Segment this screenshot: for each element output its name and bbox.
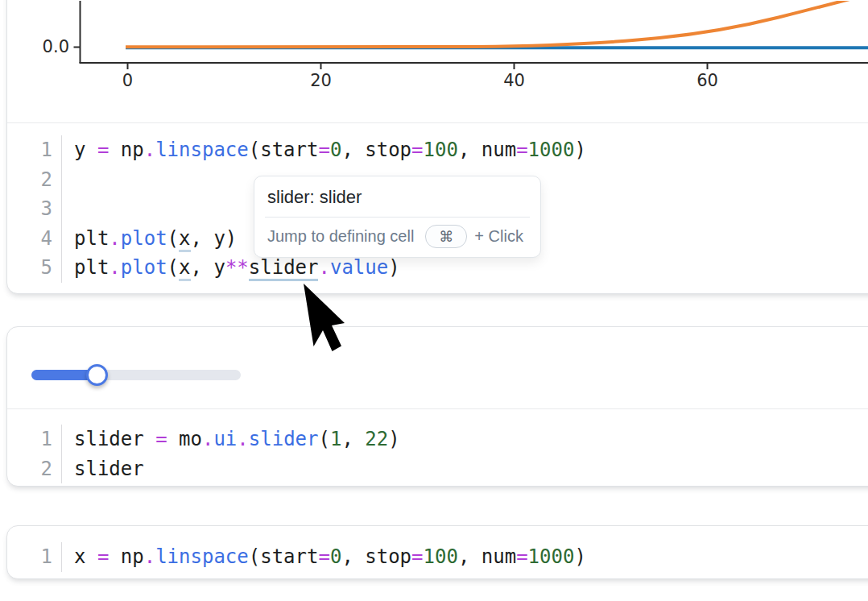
notebook-stage: 0.0 0 20 40 60 1y = np.linspace(start=0,… <box>0 0 868 601</box>
slider-handle[interactable] <box>86 364 108 386</box>
cell-slider: 1slider = mo.ui.slider(1, 22)2slider <box>6 326 868 487</box>
series-orange-line <box>126 1 859 47</box>
line-number: 2 <box>7 165 62 195</box>
code-text: plt.plot(x, y) <box>62 224 237 254</box>
slider-output <box>7 327 868 409</box>
cell-x: 1x = np.linspace(start=0, stop=100, num=… <box>6 525 868 579</box>
line-number: 1 <box>7 542 62 572</box>
tooltip-title: slider: slider <box>254 176 540 217</box>
code-line[interactable]: 2slider <box>7 454 868 484</box>
code-text: y = np.linspace(start=0, stop=100, num=1… <box>62 135 586 165</box>
code-text <box>62 194 74 224</box>
x-tick-label: 20 <box>310 71 332 90</box>
command-key-badge: ⌘ <box>425 225 467 248</box>
line-number: 1 <box>7 135 62 165</box>
jump-to-cell-label: Jump to defining cell <box>267 227 414 246</box>
code-line[interactable]: 1slider = mo.ui.slider(1, 22) <box>7 425 868 454</box>
line-number: 4 <box>7 224 62 254</box>
x-tick-label: 0 <box>122 71 133 90</box>
code-editor[interactable]: 1slider = mo.ui.slider(1, 22)2slider <box>7 409 868 487</box>
code-text: slider = mo.ui.slider(1, 22) <box>62 425 400 454</box>
variable-tooltip: slider: slider Jump to defining cell ⌘ +… <box>254 176 541 258</box>
slider-widget[interactable] <box>31 364 241 386</box>
plot-output: 0.0 0 20 40 60 <box>7 0 868 123</box>
code-line[interactable]: 1x = np.linspace(start=0, stop=100, num=… <box>7 542 868 572</box>
line-number: 5 <box>7 253 62 283</box>
line-number: 1 <box>7 425 62 454</box>
code-line[interactable]: 1y = np.linspace(start=0, stop=100, num=… <box>7 135 868 165</box>
code-editor[interactable]: 1x = np.linspace(start=0, stop=100, num=… <box>7 526 868 579</box>
mouse-cursor-icon <box>301 282 358 363</box>
y-tick-label: 0.0 <box>43 37 69 56</box>
tooltip-action-row: Jump to defining cell ⌘ + Click <box>254 218 540 257</box>
x-tick-label: 60 <box>696 71 718 90</box>
line-number: 2 <box>7 454 62 484</box>
click-hint-label: + Click <box>474 227 523 246</box>
code-text: slider <box>62 454 144 484</box>
code-text <box>62 165 74 195</box>
line-number: 3 <box>7 194 62 224</box>
matplotlib-figure: 0.0 0 20 40 60 <box>7 1 868 123</box>
code-text: x = np.linspace(start=0, stop=100, num=1… <box>62 542 586 572</box>
x-tick-label: 40 <box>503 71 525 90</box>
